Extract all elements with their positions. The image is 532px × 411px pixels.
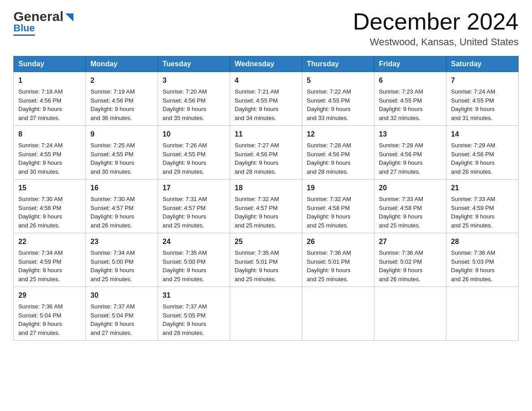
day-info: Sunrise: 7:33 AMSunset: 4:58 PMDaylight:… <box>379 196 423 229</box>
calendar-cell: 29Sunrise: 7:36 AMSunset: 5:04 PMDayligh… <box>14 287 86 341</box>
weekday-header-saturday: Saturday <box>446 56 519 72</box>
day-info: Sunrise: 7:24 AMSunset: 4:55 PMDaylight:… <box>451 88 495 121</box>
calendar-week-row: 8Sunrise: 7:24 AMSunset: 4:55 PMDaylight… <box>14 126 519 180</box>
calendar-cell: 27Sunrise: 7:36 AMSunset: 5:02 PMDayligh… <box>374 233 446 287</box>
day-info: Sunrise: 7:29 AMSunset: 4:56 PMDaylight:… <box>451 142 495 175</box>
calendar-cell: 19Sunrise: 7:32 AMSunset: 4:58 PMDayligh… <box>302 180 374 233</box>
calendar-cell <box>446 287 519 341</box>
day-info: Sunrise: 7:18 AMSunset: 4:56 PMDaylight:… <box>18 88 63 121</box>
day-number: 24 <box>163 236 225 247</box>
calendar-cell: 30Sunrise: 7:37 AMSunset: 5:04 PMDayligh… <box>86 287 158 341</box>
calendar-cell <box>302 287 374 341</box>
calendar-cell: 3Sunrise: 7:20 AMSunset: 4:56 PMDaylight… <box>158 72 230 126</box>
day-number: 2 <box>90 75 153 86</box>
logo-blue-text: Blue <box>13 22 35 36</box>
calendar-cell: 11Sunrise: 7:27 AMSunset: 4:56 PMDayligh… <box>230 126 302 180</box>
calendar-cell: 13Sunrise: 7:28 AMSunset: 4:56 PMDayligh… <box>374 126 446 180</box>
calendar-cell: 25Sunrise: 7:35 AMSunset: 5:01 PMDayligh… <box>230 233 302 287</box>
day-info: Sunrise: 7:31 AMSunset: 4:57 PMDaylight:… <box>163 196 207 229</box>
calendar-cell: 17Sunrise: 7:31 AMSunset: 4:57 PMDayligh… <box>158 180 230 233</box>
weekday-header-friday: Friday <box>374 56 446 72</box>
calendar-cell: 8Sunrise: 7:24 AMSunset: 4:55 PMDaylight… <box>14 126 86 180</box>
day-number: 27 <box>379 236 442 247</box>
calendar-week-row: 29Sunrise: 7:36 AMSunset: 5:04 PMDayligh… <box>14 287 519 341</box>
calendar-cell: 1Sunrise: 7:18 AMSunset: 4:56 PMDaylight… <box>14 72 86 126</box>
day-number: 16 <box>90 183 153 193</box>
day-info: Sunrise: 7:37 AMSunset: 5:04 PMDaylight:… <box>90 303 135 336</box>
calendar-cell: 5Sunrise: 7:22 AMSunset: 4:55 PMDaylight… <box>302 72 374 126</box>
calendar-week-row: 1Sunrise: 7:18 AMSunset: 4:56 PMDaylight… <box>14 72 519 126</box>
day-number: 4 <box>235 75 297 86</box>
calendar-cell: 24Sunrise: 7:35 AMSunset: 5:00 PMDayligh… <box>158 233 230 287</box>
day-info: Sunrise: 7:23 AMSunset: 4:55 PMDaylight:… <box>379 88 423 121</box>
day-number: 18 <box>235 183 297 193</box>
day-number: 11 <box>235 129 297 140</box>
weekday-header-tuesday: Tuesday <box>158 56 230 72</box>
calendar-cell: 9Sunrise: 7:25 AMSunset: 4:55 PMDaylight… <box>86 126 158 180</box>
calendar-cell: 16Sunrise: 7:30 AMSunset: 4:57 PMDayligh… <box>86 180 158 233</box>
day-info: Sunrise: 7:36 AMSunset: 5:01 PMDaylight:… <box>307 249 351 283</box>
day-number: 21 <box>451 183 514 193</box>
weekday-header-thursday: Thursday <box>302 56 374 72</box>
day-number: 28 <box>451 236 514 247</box>
calendar-cell: 6Sunrise: 7:23 AMSunset: 4:55 PMDaylight… <box>374 72 446 126</box>
day-info: Sunrise: 7:20 AMSunset: 4:56 PMDaylight:… <box>163 88 207 121</box>
day-number: 20 <box>379 183 442 193</box>
day-info: Sunrise: 7:35 AMSunset: 5:00 PMDaylight:… <box>163 249 207 283</box>
calendar-cell: 15Sunrise: 7:30 AMSunset: 4:56 PMDayligh… <box>14 180 86 233</box>
day-number: 14 <box>451 129 514 140</box>
day-info: Sunrise: 7:34 AMSunset: 4:59 PMDaylight:… <box>18 249 63 283</box>
day-number: 8 <box>18 129 81 140</box>
day-number: 22 <box>18 236 81 247</box>
day-info: Sunrise: 7:36 AMSunset: 5:03 PMDaylight:… <box>451 249 495 283</box>
header: General Blue December 2024 Westwood, Kan… <box>13 9 519 48</box>
weekday-header-wednesday: Wednesday <box>230 56 302 72</box>
day-info: Sunrise: 7:33 AMSunset: 4:59 PMDaylight:… <box>451 196 495 229</box>
day-info: Sunrise: 7:34 AMSunset: 5:00 PMDaylight:… <box>90 249 135 283</box>
calendar-cell: 31Sunrise: 7:37 AMSunset: 5:05 PMDayligh… <box>158 287 230 341</box>
logo: General Blue <box>13 9 74 36</box>
location-title: Westwood, Kansas, United States <box>353 36 519 48</box>
calendar-cell: 10Sunrise: 7:26 AMSunset: 4:55 PMDayligh… <box>158 126 230 180</box>
calendar-cell: 4Sunrise: 7:21 AMSunset: 4:55 PMDaylight… <box>230 72 302 126</box>
day-number: 29 <box>18 290 81 301</box>
weekday-header-row: SundayMondayTuesdayWednesdayThursdayFrid… <box>14 56 519 72</box>
day-number: 5 <box>307 75 369 86</box>
day-number: 3 <box>163 75 225 86</box>
day-info: Sunrise: 7:30 AMSunset: 4:56 PMDaylight:… <box>18 196 63 229</box>
day-number: 30 <box>90 290 153 301</box>
day-info: Sunrise: 7:32 AMSunset: 4:57 PMDaylight:… <box>235 196 279 229</box>
calendar-cell: 12Sunrise: 7:28 AMSunset: 4:56 PMDayligh… <box>302 126 374 180</box>
day-number: 6 <box>379 75 442 86</box>
day-info: Sunrise: 7:35 AMSunset: 5:01 PMDaylight:… <box>235 249 279 283</box>
day-info: Sunrise: 7:30 AMSunset: 4:57 PMDaylight:… <box>90 196 135 229</box>
calendar-cell: 28Sunrise: 7:36 AMSunset: 5:03 PMDayligh… <box>446 233 519 287</box>
day-number: 7 <box>451 75 514 86</box>
day-info: Sunrise: 7:21 AMSunset: 4:55 PMDaylight:… <box>235 88 279 121</box>
calendar-cell <box>374 287 446 341</box>
calendar-cell: 22Sunrise: 7:34 AMSunset: 4:59 PMDayligh… <box>14 233 86 287</box>
logo-general-text: General <box>13 9 64 24</box>
day-number: 9 <box>90 129 153 140</box>
day-info: Sunrise: 7:32 AMSunset: 4:58 PMDaylight:… <box>307 196 351 229</box>
day-info: Sunrise: 7:26 AMSunset: 4:55 PMDaylight:… <box>163 142 207 175</box>
svg-marker-0 <box>65 13 73 21</box>
day-info: Sunrise: 7:22 AMSunset: 4:55 PMDaylight:… <box>307 88 351 121</box>
day-number: 19 <box>307 183 369 193</box>
calendar-cell: 26Sunrise: 7:36 AMSunset: 5:01 PMDayligh… <box>302 233 374 287</box>
calendar-cell <box>230 287 302 341</box>
day-number: 15 <box>18 183 81 193</box>
day-info: Sunrise: 7:19 AMSunset: 4:56 PMDaylight:… <box>90 88 135 121</box>
calendar-cell: 23Sunrise: 7:34 AMSunset: 5:00 PMDayligh… <box>86 233 158 287</box>
day-info: Sunrise: 7:28 AMSunset: 4:56 PMDaylight:… <box>307 142 351 175</box>
day-info: Sunrise: 7:36 AMSunset: 5:04 PMDaylight:… <box>18 303 63 336</box>
day-number: 10 <box>163 129 225 140</box>
calendar-cell: 7Sunrise: 7:24 AMSunset: 4:55 PMDaylight… <box>446 72 519 126</box>
title-area: December 2024 Westwood, Kansas, United S… <box>353 9 519 48</box>
calendar-cell: 18Sunrise: 7:32 AMSunset: 4:57 PMDayligh… <box>230 180 302 233</box>
calendar-cell: 14Sunrise: 7:29 AMSunset: 4:56 PMDayligh… <box>446 126 519 180</box>
calendar-cell: 20Sunrise: 7:33 AMSunset: 4:58 PMDayligh… <box>374 180 446 233</box>
day-info: Sunrise: 7:24 AMSunset: 4:55 PMDaylight:… <box>18 142 63 175</box>
month-title: December 2024 <box>353 9 519 34</box>
day-info: Sunrise: 7:36 AMSunset: 5:02 PMDaylight:… <box>379 249 423 283</box>
